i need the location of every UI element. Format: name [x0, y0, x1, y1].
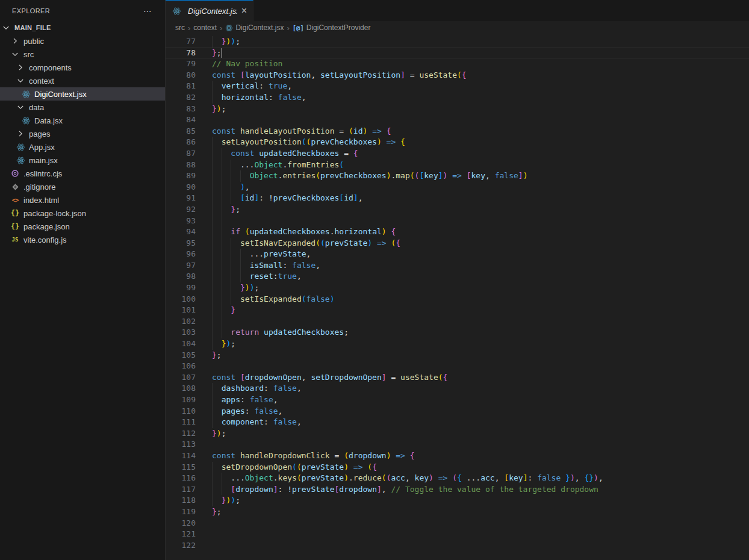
- file-item-data-jsx[interactable]: Data.jsx: [0, 114, 165, 127]
- indent-guide: [212, 238, 213, 249]
- breadcrumb-item-digicontextprovider[interactable]: [@]DigiContextProvider: [293, 23, 371, 32]
- code-line-101[interactable]: 101 }: [166, 305, 749, 316]
- code-line-78[interactable]: 78};: [166, 48, 749, 59]
- code-line-117[interactable]: 117 [dropdown]: !prevState[dropdown], //…: [166, 484, 749, 496]
- views-and-more-actions-icon[interactable]: ⋯: [141, 6, 154, 16]
- line-number: 115: [166, 462, 196, 473]
- item-label: index.html: [23, 196, 59, 205]
- file-item--eslintrc-cjs[interactable]: .eslintrc.cjs: [0, 167, 165, 180]
- line-number: 87: [166, 148, 196, 160]
- code-line-91[interactable]: 91 [id]: !prevCheckboxes[id],: [166, 193, 749, 204]
- code-line-105[interactable]: 105};: [166, 350, 749, 361]
- code-line-120[interactable]: 120: [166, 518, 749, 529]
- code-line-122[interactable]: 122: [166, 540, 749, 552]
- code-line-77[interactable]: 77 }));: [166, 36, 749, 48]
- breadcrumb-separator: ›: [287, 23, 289, 33]
- code-line-98[interactable]: 98 reset:true,: [166, 271, 749, 282]
- line-text: // Nav position: [212, 58, 282, 70]
- code-line-103[interactable]: 103 return updatedCheckboxes;: [166, 327, 749, 338]
- file-item-index-html[interactable]: <>index.html: [0, 193, 165, 207]
- code-line-93[interactable]: 93: [166, 216, 749, 227]
- code-line-106[interactable]: 106: [166, 361, 749, 372]
- folder-item-pages[interactable]: pages: [0, 127, 165, 140]
- code-line-79[interactable]: 79// Nav position: [166, 58, 749, 70]
- symbol-variable-icon: [@]: [293, 24, 304, 31]
- code-line-90[interactable]: 90 ),: [166, 182, 749, 193]
- file-item-app-jsx[interactable]: App.jsx: [0, 140, 165, 154]
- indent-guide: [212, 36, 213, 48]
- file-item-main-jsx[interactable]: main.jsx: [0, 154, 165, 167]
- code-line-81[interactable]: 81 vertical: true,: [166, 81, 749, 92]
- breadcrumb-item-context[interactable]: context: [193, 23, 217, 32]
- breadcrumb-item-src[interactable]: src: [175, 23, 185, 32]
- code-line-104[interactable]: 104 });: [166, 338, 749, 350]
- folder-item-src[interactable]: src: [0, 48, 165, 61]
- code-line-107[interactable]: 107const [dropdownOpen, setDropdownOpen]…: [166, 372, 749, 384]
- file-item-digicontext-jsx[interactable]: DigiContext.jsx: [0, 87, 165, 101]
- indent-guide: [222, 271, 222, 282]
- code-line-121[interactable]: 121: [166, 529, 749, 540]
- code-line-114[interactable]: 114const handleDropdownClick = (dropdown…: [166, 450, 749, 462]
- indent-guide: [240, 170, 241, 182]
- file-item-vite-config-js[interactable]: JSvite.config.js: [0, 233, 165, 246]
- code-line-113[interactable]: 113: [166, 439, 749, 450]
- line-text: }));: [212, 282, 259, 294]
- code-line-111[interactable]: 111 component: false,: [166, 417, 749, 428]
- code-line-100[interactable]: 100 setIsExpanded(false): [166, 294, 749, 305]
- code-line-109[interactable]: 109 apps: false,: [166, 394, 749, 406]
- item-label: public: [23, 37, 44, 46]
- code-line-110[interactable]: 110 pages: false,: [166, 406, 749, 417]
- code-line-82[interactable]: 82 horizontal: false,: [166, 92, 749, 104]
- indent-guide: [212, 271, 213, 282]
- folder-item-context[interactable]: context: [0, 74, 165, 87]
- indent-guide: [222, 148, 222, 160]
- line-number: 78: [166, 48, 196, 59]
- close-icon[interactable]: ×: [240, 6, 248, 16]
- code-line-92[interactable]: 92 };: [166, 204, 749, 216]
- line-number: 97: [166, 260, 196, 272]
- line-text: setIsNavExpanded((prevState) => ({: [212, 238, 400, 249]
- code-line-85[interactable]: 85const handleLayoutPosition = (id) => {: [166, 126, 749, 137]
- code-line-86[interactable]: 86 setLayoutPosition((prevCheckboxes) =>…: [166, 137, 749, 148]
- code-line-99[interactable]: 99 }));: [166, 282, 749, 294]
- breadcrumb-item-digicontext.jsx[interactable]: DigiContext.jsx: [225, 23, 284, 32]
- file-item-package-lock-json[interactable]: {}package-lock.json: [0, 207, 165, 220]
- code-line-115[interactable]: 115 setDropdownOpen((prevState) => ({: [166, 462, 749, 473]
- code-line-88[interactable]: 88 ...Object.fromEntries(: [166, 160, 749, 171]
- indent-guide: [212, 182, 213, 193]
- line-text: };: [212, 48, 222, 59]
- folder-item-data[interactable]: data: [0, 101, 165, 114]
- line-number: 105: [166, 350, 196, 361]
- code-line-119[interactable]: 119};: [166, 506, 749, 518]
- code-line-95[interactable]: 95 setIsNavExpanded((prevState) => ({: [166, 238, 749, 249]
- line-text: ...Object.keys(prevState).reduce((acc, k…: [212, 473, 603, 484]
- line-text: const handleDropdownClick = (dropdown) =…: [212, 450, 415, 462]
- code-line-102[interactable]: 102: [166, 316, 749, 328]
- react-icon: [225, 24, 233, 32]
- code-line-108[interactable]: 108 dashboard: false,: [166, 383, 749, 394]
- code-line-116[interactable]: 116 ...Object.keys(prevState).reduce((ac…: [166, 473, 749, 484]
- line-text: setIsExpanded(false): [212, 294, 335, 305]
- indent-guide: [212, 92, 213, 104]
- code-line-83[interactable]: 83});: [166, 104, 749, 115]
- code-line-118[interactable]: 118 }));: [166, 495, 749, 506]
- code-line-112[interactable]: 112});: [166, 428, 749, 440]
- folder-item-public[interactable]: public: [0, 34, 165, 48]
- code-line-84[interactable]: 84: [166, 114, 749, 126]
- code-line-89[interactable]: 89 Object.entries(prevCheckboxes).map(([…: [166, 170, 749, 182]
- chevron-right-icon: [10, 36, 20, 46]
- file-item-package-json[interactable]: {}package.json: [0, 220, 165, 233]
- file-tree: MAIN_FILEpublicsrccomponentscontextDigiC…: [0, 21, 165, 246]
- code-line-87[interactable]: 87 const updatedCheckboxes = {: [166, 148, 749, 160]
- folder-item-main-file[interactable]: MAIN_FILE: [0, 21, 165, 34]
- file-item--gitignore[interactable]: .gitignore: [0, 180, 165, 193]
- react-icon: [16, 142, 25, 152]
- folder-item-components[interactable]: components: [0, 61, 165, 74]
- indent-guide: [212, 204, 213, 216]
- code-line-96[interactable]: 96 ...prevState,: [166, 249, 749, 260]
- code-line-80[interactable]: 80const [layoutPosition, setLayoutPositi…: [166, 70, 749, 81]
- code-line-97[interactable]: 97 isSmall: false,: [166, 260, 749, 272]
- tab-digicontext[interactable]: DigiContext.jsx ×: [166, 0, 253, 21]
- code-line-94[interactable]: 94 if (updatedCheckboxes.horizontal) {: [166, 226, 749, 238]
- code-editor[interactable]: 77 }));78};79// Nav position80const [lay…: [166, 34, 749, 560]
